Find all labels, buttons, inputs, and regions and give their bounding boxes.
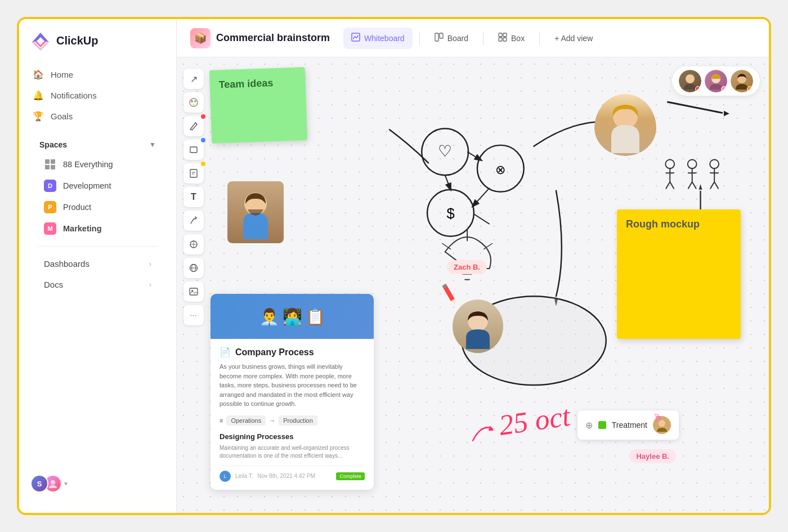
arrow-icon: →: [269, 417, 275, 424]
app-frame: ClickUp 🏠 Home 🔔 Notifications 🏆 Goals S…: [17, 17, 771, 515]
home-label: Home: [51, 70, 73, 79]
user-avatar-group: S: [30, 475, 57, 493]
sidebar-item-marketing[interactable]: M Marketing: [30, 218, 165, 239]
user-area[interactable]: S ▾: [19, 466, 176, 502]
sidebar-item-goals[interactable]: 🏆 Goals: [26, 106, 169, 127]
docs-label: Docs: [44, 280, 63, 289]
svg-marker-31: [724, 111, 729, 117]
sidebar-item-dashboards[interactable]: Dashboards ›: [30, 253, 165, 274]
product-badge: P: [44, 201, 56, 213]
document-card[interactable]: 👨‍💼 👩‍💻 📋 📄 Company Process As your busi…: [211, 294, 374, 490]
svg-rect-13: [190, 169, 197, 177]
svg-rect-36: [443, 285, 455, 301]
svg-rect-2: [435, 33, 438, 41]
svg-text:25 oct: 25 oct: [497, 399, 573, 441]
tab-divider-3: [539, 32, 540, 45]
doc-author-avatar: L: [220, 471, 231, 482]
tool-more[interactable]: ···: [183, 305, 204, 325]
sticky-note-team-ideas[interactable]: Team ideas: [209, 67, 307, 144]
avatar-s: S: [30, 475, 48, 493]
sidebar-item-home[interactable]: 🏠 Home: [26, 64, 169, 85]
doc-status-badge: Complete: [336, 472, 365, 480]
person-avatar-3[interactable]: [731, 70, 753, 92]
treatment-card[interactable]: ⊕ Treatment: [577, 410, 679, 440]
clickup-logo-icon: [30, 30, 51, 51]
header-tabs: Whiteboard Board: [343, 19, 601, 57]
svg-point-26: [427, 190, 474, 236]
svg-point-0: [51, 480, 55, 485]
svg-point-33: [688, 160, 697, 169]
svg-text:⊗: ⊗: [495, 163, 505, 177]
doc-illustration: 👨‍💼 👩‍💻 📋: [259, 307, 325, 326]
name-tag-zach: Zach B.: [447, 260, 487, 274]
logo-area[interactable]: ClickUp: [19, 30, 176, 64]
tool-text[interactable]: T: [183, 187, 204, 207]
tool-color-palette[interactable]: [183, 92, 204, 113]
trophy-icon: 🏆: [33, 111, 44, 122]
add-view-button[interactable]: + Add view: [547, 30, 601, 46]
svg-rect-7: [503, 38, 507, 41]
list-icon: ≡: [220, 417, 223, 424]
person-photo-man-left: [227, 181, 284, 243]
tool-connector[interactable]: [183, 211, 204, 231]
app-name: ClickUp: [56, 34, 98, 47]
sidebar-item-product[interactable]: P Product: [30, 196, 165, 218]
tool-pencil[interactable]: [183, 116, 204, 136]
svg-rect-38: [442, 284, 447, 289]
svg-rect-6: [499, 38, 502, 41]
sidebar-item-notifications[interactable]: 🔔 Notifications: [26, 85, 169, 106]
board-tab-label: Board: [447, 34, 468, 43]
doc-date: Nov 8th, 2021 4:42 PM: [258, 473, 315, 479]
nav-section: 🏠 Home 🔔 Notifications 🏆 Goals Spaces ▼: [19, 64, 176, 466]
sidebar: ClickUp 🏠 Home 🔔 Notifications 🏆 Goals S…: [19, 19, 177, 513]
people-bar: [672, 66, 760, 96]
page-title: Commercial brainstorm: [216, 32, 330, 44]
svg-point-22: [422, 128, 468, 175]
tool-shapes[interactable]: [183, 234, 204, 254]
spaces-chevron-icon: ▼: [149, 141, 156, 149]
doc-title-text: Company Process: [235, 347, 314, 357]
sticky-note-rough-mockup[interactable]: Rough mockup: [617, 209, 741, 339]
tool-cursor[interactable]: ↗: [183, 69, 204, 89]
svg-marker-40: [489, 426, 494, 431]
svg-rect-4: [499, 33, 502, 37]
svg-point-34: [710, 160, 719, 169]
person-avatar-1[interactable]: [679, 70, 701, 92]
header: 📦 Commercial brainstorm Whiteboard: [177, 19, 769, 57]
doc-icon: 📄: [220, 347, 231, 357]
tool-sticky-note[interactable]: [183, 163, 204, 184]
box-tab-icon: [498, 33, 507, 43]
sidebar-item-everything[interactable]: 88 Everything: [30, 154, 165, 175]
tab-whiteboard[interactable]: Whiteboard: [343, 28, 413, 49]
bell-icon: 🔔: [33, 90, 44, 101]
sidebar-item-docs[interactable]: Docs ›: [30, 274, 165, 295]
team-ideas-text: Team ideas: [218, 77, 273, 90]
svg-point-46: [686, 74, 695, 83]
chevron-down-icon: ▾: [64, 480, 68, 488]
doc-footer: L Leila T. Nov 8th, 2021 4:42 PM Complet…: [220, 466, 365, 482]
svg-point-24: [477, 145, 524, 192]
dashboards-arrow-icon: ›: [149, 260, 151, 268]
status-dot-3: [747, 86, 753, 92]
tab-divider-2: [483, 32, 483, 45]
sidebar-item-development[interactable]: D Development: [30, 175, 165, 196]
person-avatar-2[interactable]: [705, 70, 727, 92]
svg-point-9: [191, 100, 193, 102]
tool-image[interactable]: [183, 281, 204, 302]
main-content: 📦 Commercial brainstorm Whiteboard: [177, 19, 769, 513]
svg-rect-20: [190, 288, 198, 295]
whiteboard-canvas[interactable]: ↗: [177, 57, 769, 513]
home-icon: 🏠: [33, 69, 44, 80]
svg-rect-12: [190, 147, 197, 153]
svg-marker-35: [699, 184, 702, 190]
treatment-label: Treatment: [612, 421, 647, 430]
tab-board[interactable]: Board: [427, 28, 476, 49]
tool-globe[interactable]: [183, 258, 204, 278]
spaces-header[interactable]: Spaces ▼: [26, 133, 169, 154]
flow-from: Operations: [226, 415, 266, 426]
docs-arrow-icon: ›: [149, 281, 151, 289]
marketing-badge: M: [44, 222, 56, 235]
tab-box[interactable]: Box: [490, 28, 532, 49]
tool-rectangle[interactable]: [183, 140, 204, 160]
move-icon: ⊕: [585, 420, 593, 431]
